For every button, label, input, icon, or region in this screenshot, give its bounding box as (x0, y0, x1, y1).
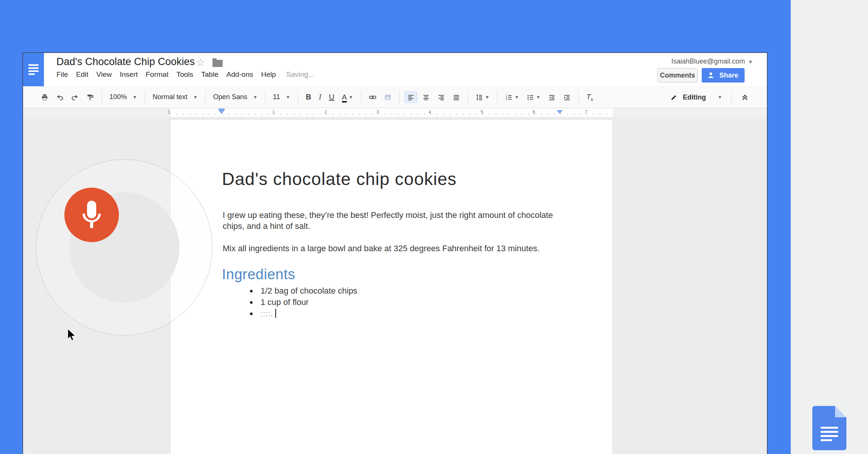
right-side-panel (791, 0, 868, 454)
italic-icon: I (319, 93, 322, 101)
microphone-button[interactable] (64, 188, 119, 242)
text-color-button[interactable]: A▼ (339, 92, 356, 103)
logo-line (28, 70, 39, 72)
clear-formatting-icon: Tx (586, 93, 593, 102)
italic-button[interactable]: I (316, 91, 324, 103)
toolbar-separator (731, 91, 732, 104)
bulleted-list-icon (526, 93, 534, 101)
align-justify-icon (453, 93, 460, 101)
toolbar-separator (497, 91, 497, 104)
logo-line (28, 73, 35, 75)
toolbar-separator (265, 91, 265, 104)
paragraph-1-line-2: chips, and a hint of salt. (223, 221, 310, 231)
pencil-icon (670, 93, 678, 101)
menu-file[interactable]: File (56, 70, 68, 79)
right-indent-marker[interactable] (557, 110, 563, 114)
doc-paragraph-2: Mix all ingredients in a large bowl and … (223, 243, 586, 254)
bulleted-list-button[interactable]: ▼ (524, 92, 543, 103)
menu-tools[interactable]: Tools (176, 70, 193, 79)
menu-insert[interactable]: Insert (120, 70, 138, 79)
toolbar: 100%▼Normal text▼Open Sans▼11▼BIUA▼▼123▼… (23, 86, 767, 108)
saving-status: Saving... (286, 70, 314, 79)
doc-line (821, 439, 832, 441)
font-size-select[interactable]: 11▼ (270, 91, 293, 103)
folder-icon[interactable] (212, 60, 223, 67)
bold-icon: B (306, 93, 311, 101)
ruler-number: 1 (168, 109, 170, 115)
font-size-select-caret-icon: ▼ (286, 95, 290, 100)
voice-typing-overlay (36, 159, 212, 336)
menu-format[interactable]: Format (146, 70, 169, 79)
text-cursor (275, 309, 276, 318)
line-spacing-icon (476, 93, 483, 101)
doc-paragraph-1: I grew up eating these, they’re the best… (223, 210, 575, 232)
paragraph-1-line-1: I grew up eating these, they’re the best… (223, 210, 553, 220)
paragraph-style-select[interactable]: Normal text▼ (150, 91, 200, 103)
menu-view[interactable]: View (96, 70, 112, 79)
google-docs-app-icon[interactable] (812, 406, 846, 450)
logo-line (28, 67, 39, 69)
font-select-caret-icon: ▼ (253, 95, 258, 100)
doc-line (821, 435, 838, 437)
menu-edit[interactable]: Edit (76, 70, 89, 79)
font-select[interactable]: Open Sans▼ (211, 91, 260, 103)
font-select-value: Open Sans (213, 93, 247, 101)
doc-heading-title: Dad's chocolate chip cookies (222, 169, 457, 189)
toolbar-right-group: Editing ▼ (668, 91, 752, 104)
font-size-select-value: 11 (273, 93, 280, 101)
comments-button[interactable]: Comments (657, 68, 698, 82)
bold-button[interactable]: B (303, 91, 314, 103)
align-center-button[interactable] (420, 92, 432, 103)
zoom-select[interactable]: 100%▼ (107, 91, 140, 103)
menu-help[interactable]: Help (261, 70, 276, 79)
undo-button[interactable] (53, 92, 66, 103)
logo-line (28, 64, 39, 66)
menu-table[interactable]: Table (201, 70, 218, 79)
redo-button[interactable] (69, 92, 81, 103)
left-indent-marker[interactable] (219, 110, 225, 114)
numbered-list-icon: 123 (505, 93, 512, 101)
ruler-number: 1 (272, 109, 275, 115)
document-title[interactable]: Dad's Chocolate Chip Cookies (56, 56, 195, 68)
mode-caret-icon: ▼ (718, 95, 722, 100)
paragraph-style-select-value: Normal text (153, 93, 187, 101)
ruler[interactable]: 11234567 (23, 108, 767, 117)
ingredients-heading: Ingredients (222, 266, 295, 283)
align-right-icon (437, 93, 445, 101)
ruler-number: 7 (585, 109, 587, 115)
toolbar-separator (468, 91, 468, 104)
docs-logo-icon[interactable] (23, 53, 44, 86)
indent-increase-button[interactable] (560, 92, 573, 103)
menu-add-ons[interactable]: Add-ons (226, 70, 253, 79)
insert-image-button[interactable] (381, 92, 394, 103)
mode-label: Editing (683, 93, 706, 101)
text-color-caret-icon: ▼ (349, 95, 353, 100)
indent-increase-icon (563, 93, 571, 101)
document-page[interactable]: Dad's chocolate chip cookies I grew up e… (170, 119, 613, 454)
align-justify-button[interactable] (450, 92, 463, 103)
bulleted-list-caret-icon: ▼ (536, 95, 540, 100)
microphone-icon (75, 198, 108, 232)
mode-editing-dropdown[interactable]: Editing ▼ (668, 92, 725, 103)
collapse-toolbar-button[interactable] (738, 92, 752, 103)
numbered-list-button[interactable]: 123▼ (502, 92, 521, 103)
print-button[interactable] (38, 92, 51, 103)
line-spacing-button[interactable]: ▼ (473, 92, 492, 103)
star-icon[interactable]: ☆ (196, 57, 205, 68)
align-left-button[interactable] (404, 92, 417, 103)
toolbar-separator (399, 91, 400, 104)
ruler-number: 2 (325, 109, 327, 115)
account-email[interactable]: IsaiahBluee@gmail.com▼ (671, 58, 753, 65)
share-button[interactable]: Share (702, 68, 745, 82)
insert-link-button[interactable] (366, 92, 379, 103)
ruler-number: 4 (429, 109, 431, 115)
align-right-button[interactable] (435, 92, 448, 103)
zoom-select-value: 100% (109, 93, 127, 101)
clear-formatting-button[interactable]: Tx (584, 91, 596, 104)
ruler-ticks (170, 113, 613, 115)
paint-format-button[interactable] (84, 92, 97, 103)
toolbar-separator (298, 91, 298, 104)
indent-decrease-button[interactable] (545, 92, 558, 103)
underline-button[interactable]: U (326, 91, 337, 103)
print-icon (41, 93, 48, 101)
